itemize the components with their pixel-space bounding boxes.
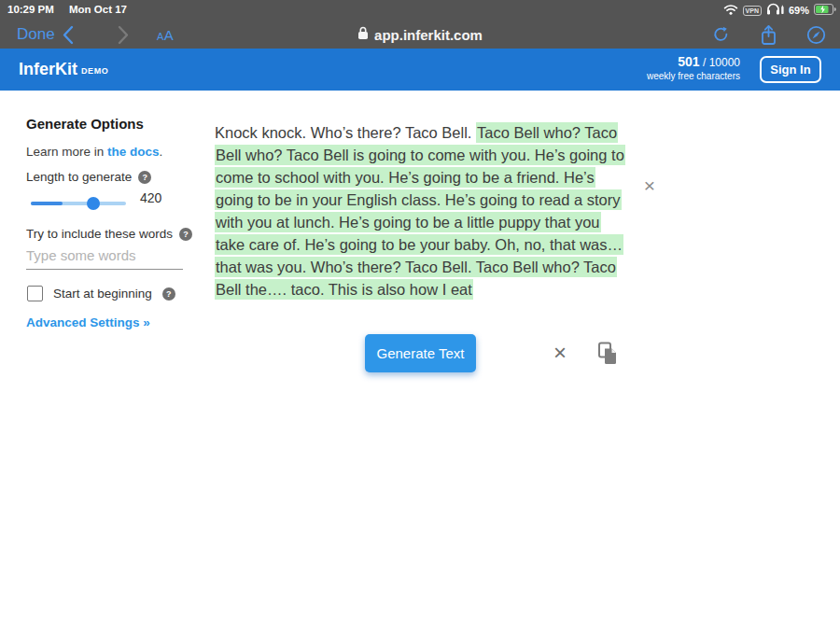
include-words-input[interactable] [26,245,183,270]
clear-text-button[interactable]: × [548,340,572,366]
generated-text-highlight: Taco Bell who? Taco Bell who? Taco Bell … [215,122,625,300]
toolbar-right [709,23,827,46]
brand-logo[interactable]: InferKitDEMO [19,60,108,79]
learn-more-suffix: . [160,145,163,159]
browser-chrome: 10:29 PM Mon Oct 17 VPN 69% Done [0,0,840,49]
quota-used: 501 [678,54,699,69]
site-header: InferKitDEMO 501 / 10000 weekly free cha… [0,49,840,91]
text-editor[interactable]: Knock knock. Who’s there? Taco Bell. Tac… [215,121,626,301]
include-help-icon[interactable]: ? [179,228,192,241]
advanced-settings-link[interactable]: Advanced Settings » [26,315,150,329]
prompt-text: Knock knock. Who’s there? Taco Bell. [215,124,476,141]
checkbox-label: Start at beginning [53,287,152,301]
slider-track[interactable] [31,202,126,205]
headphones-icon [766,2,784,19]
length-label-row: Length to generate ? [26,170,151,184]
url-text: app.inferkit.com [374,27,483,43]
quota-counter: 501 / 10000 weekly free characters [647,54,740,82]
reload-icon[interactable] [709,23,732,46]
battery-icon [814,2,836,19]
start-at-beginning-row: Start at beginning ? [27,286,175,301]
include-label: Try to include these words [26,227,173,241]
date: Mon Oct 17 [69,4,127,15]
generate-text-button[interactable]: Generate Text [365,334,476,372]
learn-more-text: Learn more in the docs. [26,145,162,159]
quota-total: / 10000 [700,56,740,69]
battery-percent: 69% [789,5,809,16]
sign-in-button[interactable]: Sign In [760,56,821,83]
wifi-icon [723,2,738,19]
status-bar: 10:29 PM Mon Oct 17 VPN 69% [0,0,840,21]
include-label-row: Try to include these words ? [26,227,192,241]
docs-link[interactable]: the docs [107,145,160,159]
screen: 10:29 PM Mon Oct 17 VPN 69% Done [0,0,840,630]
clock: 10:29 PM [7,4,54,15]
lock-icon [357,26,369,44]
start-at-beginning-checkbox[interactable] [27,286,43,301]
vpn-badge: VPN [743,6,762,16]
checkbox-help-icon[interactable]: ? [162,287,175,301]
status-icons: VPN 69% [723,3,836,18]
length-help-icon[interactable]: ? [138,171,151,184]
slider-thumb[interactable] [87,197,100,210]
safari-toolbar: Done AA app.inferkit.com [0,21,840,49]
tabs-compass-icon[interactable] [805,23,827,46]
quota-caption: weekly free characters [647,71,740,83]
dismiss-highlight-button[interactable]: × [639,174,660,198]
length-label: Length to generate [26,170,132,184]
share-icon[interactable] [757,23,779,46]
slider-fill [31,202,63,205]
sidebar-title: Generate Options [26,116,144,132]
copy-icon[interactable] [595,340,620,366]
brand-name: InferKit [19,60,77,78]
brand-demo-tag: DEMO [81,66,108,76]
learn-more-prefix: Learn more in [26,145,107,159]
length-value: 420 [140,190,161,205]
